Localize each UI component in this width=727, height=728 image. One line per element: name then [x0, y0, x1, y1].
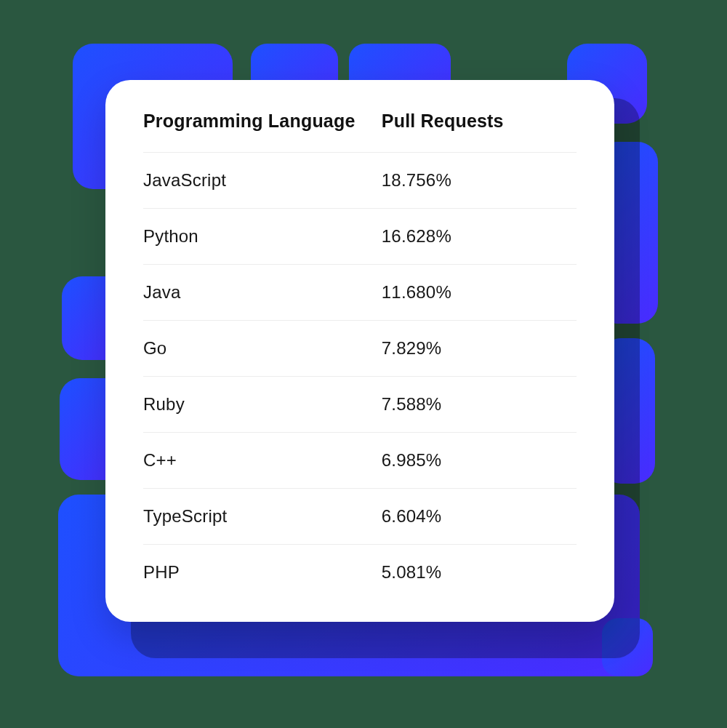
cell-language: TypeScript: [143, 489, 382, 545]
table-card: Programming Language Pull Requests JavaS…: [105, 80, 614, 622]
table-row: PHP 5.081%: [143, 545, 577, 601]
cell-language: JavaScript: [143, 153, 382, 209]
cell-pull-requests: 11.680%: [382, 265, 577, 321]
table-row: TypeScript 6.604%: [143, 489, 577, 545]
cell-language: PHP: [143, 545, 382, 601]
col-header-pull-requests: Pull Requests: [382, 111, 577, 153]
table-row: C++ 6.985%: [143, 433, 577, 489]
cell-language: Ruby: [143, 377, 382, 433]
table-row: JavaScript 18.756%: [143, 153, 577, 209]
cell-pull-requests: 16.628%: [382, 209, 577, 265]
cell-pull-requests: 6.604%: [382, 489, 577, 545]
cell-pull-requests: 7.588%: [382, 377, 577, 433]
table-header-row: Programming Language Pull Requests: [143, 111, 577, 153]
cell-language: C++: [143, 433, 382, 489]
cell-language: Java: [143, 265, 382, 321]
cell-pull-requests: 18.756%: [382, 153, 577, 209]
table-row: Ruby 7.588%: [143, 377, 577, 433]
cell-language: Go: [143, 321, 382, 377]
cell-pull-requests: 6.985%: [382, 433, 577, 489]
languages-table: Programming Language Pull Requests JavaS…: [143, 111, 577, 600]
table-row: Python 16.628%: [143, 209, 577, 265]
cell-pull-requests: 5.081%: [382, 545, 577, 601]
table-row: Java 11.680%: [143, 265, 577, 321]
cell-language: Python: [143, 209, 382, 265]
col-header-language: Programming Language: [143, 111, 382, 153]
table-row: Go 7.829%: [143, 321, 577, 377]
cell-pull-requests: 7.829%: [382, 321, 577, 377]
